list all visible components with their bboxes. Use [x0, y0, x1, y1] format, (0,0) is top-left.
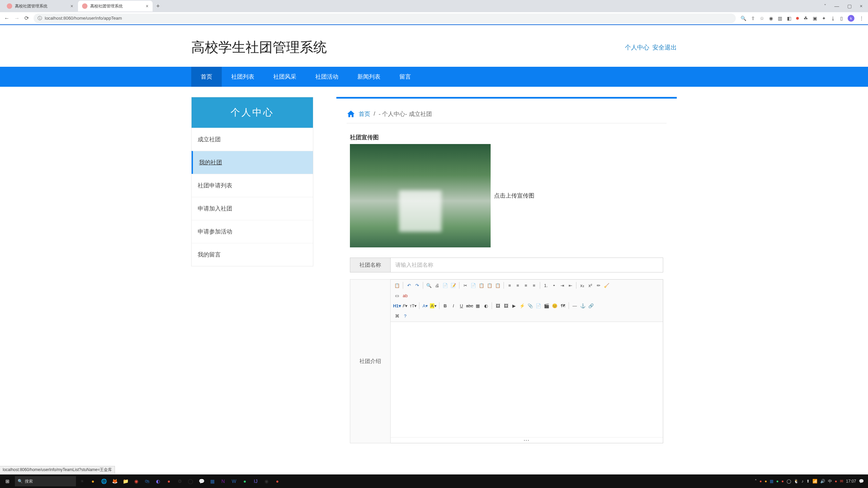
multi-image-icon[interactable]: 🖼: [502, 302, 510, 309]
superscript-icon[interactable]: x²: [587, 282, 594, 289]
nav-club-list[interactable]: 社团列表: [222, 67, 264, 87]
paste-plain-icon[interactable]: 📋: [478, 282, 485, 289]
link-icon[interactable]: 🔗: [587, 302, 595, 309]
club-name-input[interactable]: [391, 258, 663, 272]
align-justify-icon[interactable]: ≡: [530, 282, 538, 289]
align-center-icon[interactable]: ≡: [514, 282, 521, 289]
sidebar-item-apply-join[interactable]: 申请加入社团: [192, 197, 313, 220]
redo-icon[interactable]: ↷: [413, 282, 421, 289]
close-window-icon[interactable]: ×: [860, 3, 863, 9]
italic-icon[interactable]: I: [450, 302, 457, 309]
clear-format-icon[interactable]: 🧹: [603, 282, 610, 289]
browser-tab[interactable]: 高校社团管理系统 ×: [78, 1, 153, 12]
select-all-icon[interactable]: ▭: [393, 292, 401, 299]
profile-link[interactable]: 个人中心: [625, 44, 649, 51]
close-icon[interactable]: ×: [146, 3, 149, 9]
drafts-icon[interactable]: 📝: [450, 282, 457, 289]
outdent-icon[interactable]: ⇤: [567, 282, 574, 289]
align-right-icon[interactable]: ≡: [522, 282, 530, 289]
nav-club-style[interactable]: 社团风采: [264, 67, 306, 87]
editor-resize-handle[interactable]: •••: [391, 437, 663, 443]
print-icon[interactable]: 🖨: [433, 282, 441, 289]
subscript-icon[interactable]: x₂: [578, 282, 586, 289]
bg-color-icon[interactable]: A▾: [430, 302, 437, 309]
upload-image-preview[interactable]: [350, 144, 491, 247]
copy-icon[interactable]: 📄: [470, 282, 477, 289]
find-replace-icon[interactable]: ab: [401, 292, 409, 299]
sidebar-item-my-club[interactable]: 我的社团: [192, 151, 313, 174]
strikethrough-icon[interactable]: abc: [466, 302, 473, 309]
chevron-down-icon[interactable]: ˅: [824, 3, 826, 9]
highlight-icon[interactable]: ✏: [595, 282, 602, 289]
close-icon[interactable]: ×: [71, 3, 73, 9]
unordered-list-icon[interactable]: •: [550, 282, 558, 289]
video-icon[interactable]: ▶: [510, 302, 518, 309]
anchor-icon[interactable]: ⚓: [579, 302, 587, 309]
menu-icon[interactable]: ⋮: [859, 16, 864, 21]
help-icon[interactable]: ?: [401, 312, 409, 320]
upload-hint[interactable]: 点击上传宣传图: [494, 192, 534, 200]
sidebar-item-my-message[interactable]: 我的留言: [192, 243, 313, 266]
undo-icon[interactable]: ↶: [405, 282, 413, 289]
camera-icon[interactable]: ◉: [769, 16, 773, 21]
sidebar-item-create-club[interactable]: 成立社团: [192, 128, 313, 151]
nav-home[interactable]: 首页: [191, 67, 222, 87]
indent-icon[interactable]: ⇥: [558, 282, 566, 289]
font-size-dropdown[interactable]: тT▾: [410, 302, 417, 309]
box-ext-icon[interactable]: ▣: [813, 16, 817, 21]
cut-icon[interactable]: ✂: [461, 282, 469, 289]
preview-icon[interactable]: 🔍: [425, 282, 433, 289]
map-icon[interactable]: 🗺: [559, 302, 567, 309]
nav-club-activity[interactable]: 社团活动: [306, 67, 348, 87]
image-icon[interactable]: 🖼: [494, 302, 501, 309]
align-left-icon[interactable]: ≡: [506, 282, 513, 289]
leaf-icon[interactable]: ☘: [804, 16, 808, 21]
maximize-icon[interactable]: ▢: [847, 3, 852, 9]
paste-text-icon[interactable]: 📋: [494, 282, 501, 289]
file-icon[interactable]: 📄: [535, 302, 542, 309]
browser-tab[interactable]: 高校社团管理系统 ×: [3, 1, 77, 12]
sidebar-item-apply-activity[interactable]: 申请参加活动: [192, 220, 313, 243]
image-ext-icon[interactable]: ▥: [778, 16, 782, 21]
star-icon[interactable]: ☆: [760, 16, 764, 21]
download-icon[interactable]: ⭳: [831, 16, 835, 21]
reload-button[interactable]: ⟳: [24, 15, 29, 21]
adblock-icon[interactable]: [796, 17, 799, 20]
nav-message[interactable]: 留言: [390, 67, 420, 87]
attachment-icon[interactable]: 📎: [527, 302, 534, 309]
logout-link[interactable]: 安全退出: [652, 44, 677, 51]
sidebar-item-apply-list[interactable]: 社团申请列表: [192, 174, 313, 197]
ext-icon[interactable]: ◧: [787, 16, 791, 21]
tab-strip: 高校社团管理系统 × 高校社团管理系统 × + ˅ — ▢ ×: [0, 0, 868, 12]
font-color-icon[interactable]: A▾: [421, 302, 429, 309]
ordered-list-icon[interactable]: 1.: [542, 282, 550, 289]
puzzle-icon[interactable]: ✦: [822, 16, 826, 21]
editor-textarea[interactable]: [391, 322, 663, 437]
panel-icon[interactable]: ▯: [840, 16, 843, 21]
emoji-icon[interactable]: 😊: [551, 302, 558, 309]
font-family-dropdown[interactable]: F▾: [401, 302, 409, 309]
back-button[interactable]: ←: [4, 15, 9, 21]
minimize-icon[interactable]: —: [834, 3, 839, 9]
home-icon[interactable]: [347, 109, 355, 118]
new-tab-button[interactable]: +: [153, 3, 163, 10]
media-icon[interactable]: 🎬: [543, 302, 550, 309]
breadcrumb-home[interactable]: 首页: [359, 110, 370, 118]
underline-icon[interactable]: U: [458, 302, 465, 309]
heading-dropdown[interactable]: H1▾: [393, 302, 401, 309]
info-icon[interactable]: ⓘ: [38, 15, 42, 21]
code-icon[interactable]: ⌘: [393, 312, 401, 320]
share-icon[interactable]: ⇪: [751, 16, 755, 21]
profile-avatar[interactable]: k: [848, 15, 854, 22]
flash-icon[interactable]: ⚡: [518, 302, 526, 309]
eraser-icon[interactable]: ◐: [482, 302, 490, 309]
zoom-icon[interactable]: 🔍: [741, 16, 746, 21]
bold-icon[interactable]: B: [441, 302, 449, 309]
paste-icon[interactable]: 📋: [393, 282, 401, 289]
paste-word-icon[interactable]: 📋: [486, 282, 493, 289]
hr-icon[interactable]: —: [571, 302, 578, 309]
table-icon[interactable]: ▦: [474, 302, 481, 309]
url-input[interactable]: ⓘ localhost:8060/home/userInfo/appTeam: [34, 14, 736, 23]
template-icon[interactable]: 📄: [441, 282, 449, 289]
nav-news-list[interactable]: 新闻列表: [348, 67, 390, 87]
